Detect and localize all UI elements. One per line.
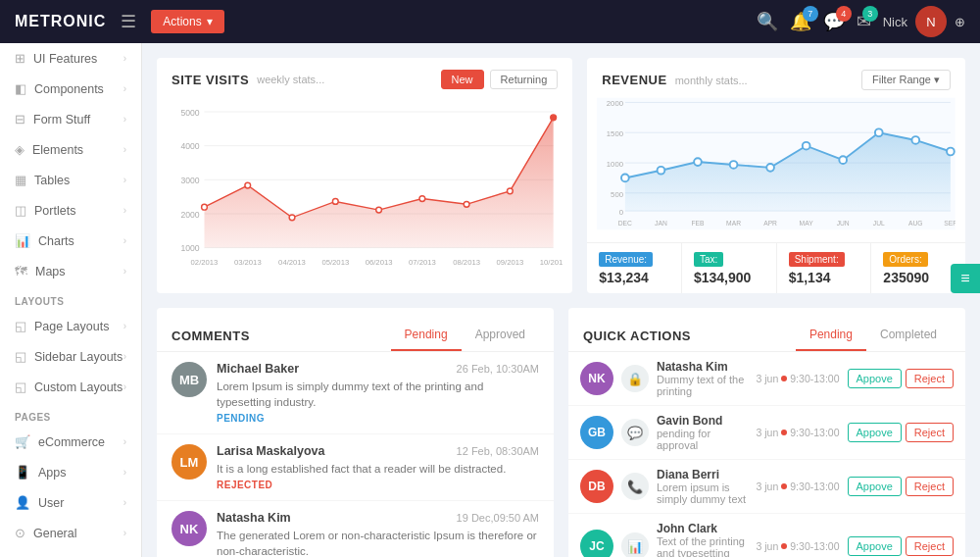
- ui-features-icon: ⊞: [15, 51, 25, 66]
- sidebar-item-tables[interactable]: ▦Tables ›: [0, 165, 141, 195]
- quick-actions-tabs: Pending Completed: [796, 320, 951, 351]
- svg-text:07/2013: 07/2013: [409, 258, 436, 267]
- comment-avatar: LM: [172, 444, 207, 480]
- qa-item: NK 🔒 Natasha Kim Dummy text of the print…: [568, 352, 965, 406]
- comments-title: COMMENTS: [172, 329, 391, 343]
- reject-button[interactable]: Reject: [906, 536, 954, 556]
- svg-text:JAN: JAN: [655, 220, 667, 227]
- svg-text:1500: 1500: [607, 129, 623, 138]
- layouts-section-label: LAYOUTS: [0, 286, 141, 311]
- revenue-svg: 2000 1500 1000 500 0: [597, 95, 956, 232]
- hamburger-icon[interactable]: ☰: [121, 11, 136, 32]
- qa-tab-completed[interactable]: Completed: [866, 320, 951, 351]
- sidebar-item-general[interactable]: ⊙General ›: [0, 518, 141, 548]
- qa-avatar: DB: [580, 470, 613, 503]
- orders-label: Orders:: [883, 252, 927, 267]
- comment-text: Lorem Ipsum is simply dummy text of the …: [217, 379, 539, 410]
- chevron-icon: ›: [123, 381, 126, 392]
- approve-button[interactable]: Appove: [848, 477, 902, 496]
- svg-text:3000: 3000: [180, 176, 199, 185]
- svg-text:AUG: AUG: [908, 220, 923, 227]
- tab-returning-button[interactable]: Returning: [490, 70, 559, 89]
- qa-name: Gavin Bond: [657, 414, 749, 428]
- sidebar-item-user[interactable]: 👤User ›: [0, 487, 141, 518]
- metric-revenue: Revenue: $13,234: [587, 243, 682, 293]
- qa-info: Gavin Bond pending for approval: [657, 414, 749, 451]
- chat-icon-button[interactable]: 💬 4: [823, 11, 845, 32]
- qa-info: Diana Berri Lorem ipsum is simply dummy …: [657, 468, 749, 505]
- comment-date: 19 Dec,09:50 AM: [457, 512, 539, 524]
- sidebar-item-ui-features[interactable]: ⊞UI Features ›: [0, 43, 141, 74]
- sidebar-item-sidebar-layouts[interactable]: ◱Sidebar Layouts ›: [0, 341, 141, 372]
- qa-item: DB 📞 Diana Berri Lorem ipsum is simply d…: [568, 460, 965, 514]
- site-visits-title: SITE VISITS: [172, 73, 249, 87]
- tax-label: Tax:: [694, 252, 723, 267]
- user-menu[interactable]: Nick N ⊕: [883, 6, 965, 37]
- sidebar-item-maps[interactable]: 🗺Maps ›: [0, 256, 141, 286]
- svg-text:MAR: MAR: [726, 220, 741, 227]
- tab-pending[interactable]: Pending: [391, 320, 462, 351]
- qa-tab-pending[interactable]: Pending: [796, 320, 866, 351]
- revenue-metrics: Revenue: $13,234 Tax: $134,900 Shipment:…: [587, 242, 965, 293]
- revenue-header: REVENUE monthly stats... Filter Range ▾: [587, 58, 965, 90]
- chevron-icon: ›: [123, 528, 126, 538]
- sidebar-item-page-layouts[interactable]: ◱Page Layouts ›: [0, 311, 141, 341]
- qa-time: 3 jun 9:30-13:00: [757, 427, 840, 438]
- reject-button[interactable]: Reject: [906, 477, 954, 496]
- comment-name: Michael Baker: [217, 362, 299, 376]
- sidebar-item-portlets[interactable]: ◫Portlets ›: [0, 195, 141, 226]
- actions-button[interactable]: Actions ▾: [151, 10, 223, 33]
- sidebar-item-components[interactable]: ◧Components ›: [0, 74, 141, 104]
- comment-item: MB Michael Baker 26 Feb, 10:30AM Lorem I…: [157, 352, 554, 434]
- sidebar-item-custom-layouts[interactable]: ◱Custom Layouts ›: [0, 372, 141, 402]
- svg-point-46: [803, 142, 810, 150]
- svg-point-14: [332, 199, 338, 205]
- comments-header: COMMENTS Pending Approved: [157, 308, 554, 352]
- qa-name: Natasha Kim: [657, 360, 749, 374]
- tab-approved[interactable]: Approved: [462, 320, 539, 351]
- bell-icon-button[interactable]: 🔔 7: [790, 11, 811, 32]
- sidebar-item-elements[interactable]: ◈Elements ›: [0, 134, 141, 165]
- svg-text:2000: 2000: [180, 210, 199, 220]
- svg-text:1000: 1000: [180, 243, 199, 253]
- chevron-icon: ›: [123, 175, 126, 185]
- qa-name: John Clark: [657, 522, 749, 535]
- floating-action-button[interactable]: ≡: [951, 264, 980, 293]
- revenue-value: $13,234: [599, 270, 669, 285]
- approve-button[interactable]: Appove: [848, 369, 902, 388]
- qa-time: 3 jun 9:30-13:00: [757, 540, 840, 552]
- quick-actions-header: QUICK ACTIONS Pending Completed: [568, 308, 965, 352]
- svg-text:MAY: MAY: [800, 220, 814, 227]
- main-content: SITE VISITS weekly stats... New Returnin…: [142, 43, 980, 557]
- chevron-icon: ›: [123, 205, 126, 216]
- search-icon-button[interactable]: 🔍: [757, 11, 778, 32]
- sidebar-item-apps[interactable]: 📱Apps ›: [0, 457, 141, 487]
- sidebar-item-form-stuff[interactable]: ⊟Form Stuff ›: [0, 104, 141, 134]
- sidebar-item-system[interactable]: ⚙System ›: [0, 548, 141, 557]
- chevron-icon: ›: [123, 497, 126, 508]
- reject-button[interactable]: Reject: [906, 369, 954, 388]
- svg-point-12: [245, 182, 251, 188]
- chevron-icon: ›: [123, 467, 126, 478]
- approve-button[interactable]: Appove: [848, 536, 902, 556]
- revenue-subtitle: monthly stats...: [675, 75, 748, 86]
- filter-range-button[interactable]: Filter Range ▾: [861, 70, 951, 90]
- email-icon-button[interactable]: ✉ 3: [857, 11, 871, 32]
- comment-date: 12 Feb, 08:30AM: [457, 445, 539, 457]
- svg-point-11: [202, 204, 208, 210]
- svg-point-44: [730, 161, 738, 169]
- svg-text:09/2013: 09/2013: [496, 258, 523, 267]
- comment-avatar: MB: [172, 362, 207, 397]
- sidebar-item-ecommerce[interactable]: 🛒eCommerce ›: [0, 427, 141, 457]
- sidebar-item-charts[interactable]: 📊Charts ›: [0, 226, 141, 256]
- quick-actions-panel: QUICK ACTIONS Pending Completed NK 🔒 Nat…: [568, 308, 965, 557]
- top-panels-row: SITE VISITS weekly stats... New Returnin…: [157, 58, 965, 293]
- nav-icons: 🔍 🔔 7 💬 4 ✉ 3 Nick N ⊕: [757, 6, 965, 37]
- reject-button[interactable]: Reject: [906, 423, 954, 442]
- quick-actions-title: QUICK ACTIONS: [583, 329, 796, 343]
- svg-point-18: [507, 188, 513, 194]
- qa-dot: [781, 543, 787, 549]
- sidebar-layouts-icon: ◱: [15, 349, 26, 364]
- approve-button[interactable]: Appove: [848, 423, 902, 442]
- tab-new-button[interactable]: New: [441, 70, 484, 89]
